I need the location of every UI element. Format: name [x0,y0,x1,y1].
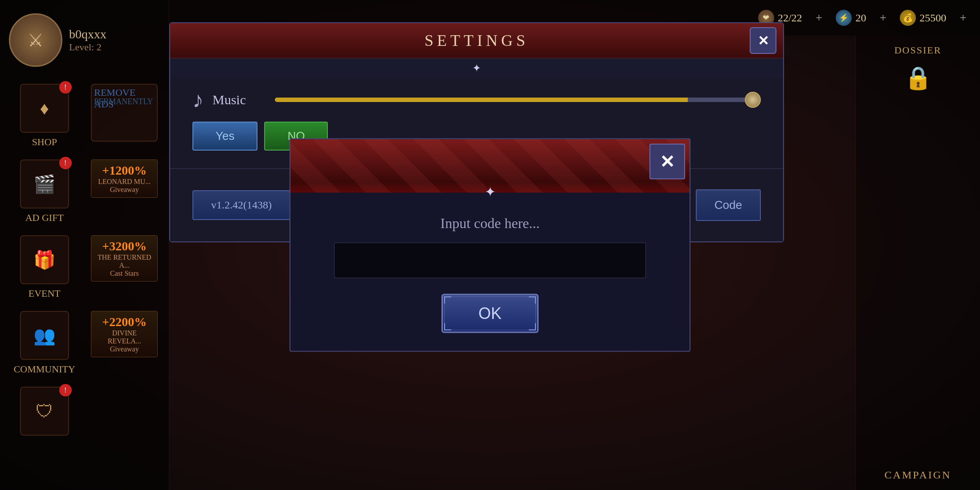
event-label: EVENT [29,288,61,299]
version-display: v1.2.42(1438) [192,190,290,220]
code-dialog: ✕ ✦ Input code here... OK [290,139,690,352]
gold-display: 💰 25500 [900,10,946,26]
shop-icon: ♦ [40,98,49,119]
settings-title: SETTINGS [425,31,529,50]
music-slider[interactable] [275,98,761,102]
promo2-percent: +1200% [95,163,154,178]
player-level: Level: 2 [69,41,106,53]
player-info: ⚔ b0qxxx Level: 2 [4,9,164,71]
ad-gift-label: AD GIFT [25,212,64,224]
ad-gift-badge: ! [59,157,72,169]
energy-icon: ⚡ [836,10,852,26]
energy-display: ⚡ 20 [836,10,866,26]
promo1-icon-box: REMOVE ADS PERMANENTLY [91,84,158,142]
music-icon: ♪ [192,87,204,113]
code-button[interactable]: Code [696,189,761,221]
community-icon-box: 👥 [20,311,69,360]
promo3-sub: Cast Stars [95,270,154,278]
promo4-name: DIVINE REVELA... [95,329,154,345]
ad-gift-icon-box: 🎬 ! [20,159,69,208]
bottom-badge: ! [59,384,72,396]
avatar: ⚔ [9,13,62,67]
campaign-label: CAMPAIGN [885,469,951,481]
shop-icon-box: ♦ ! [20,84,69,133]
code-dialog-diamond: ✦ [485,184,496,200]
sidebar-item-promo1[interactable]: REMOVE ADS PERMANENTLY [87,80,163,151]
settings-diamond: ✦ [170,62,783,74]
sidebar-item-community[interactable]: 👥 COMMUNITY [7,307,82,379]
shop-label: SHOP [32,136,57,148]
promo4-percent: +2200% [95,315,154,329]
music-label: Music [212,92,266,107]
corner-br [529,323,536,331]
code-dialog-body: Input code here... OK [290,193,690,351]
gold-plus[interactable]: + [960,11,967,25]
sidebar-item-ad-gift[interactable]: 🎬 ! AD GIFT [7,156,82,227]
corner-tl [444,297,451,304]
promo3-percent: +3200% [95,239,154,253]
promo4-sub: Giveaway [95,345,154,353]
promo2-name: LEONARD MU... [95,178,154,186]
community-icon: 👥 [33,325,56,346]
sidebar-item-promo4[interactable]: +2200% DIVINE REVELA... Giveaway [87,307,163,379]
music-slider-thumb[interactable] [745,92,761,108]
dossier-label: DOSSIER [894,45,942,56]
energy-plus[interactable]: + [879,11,886,25]
shield-icon: 🛡 [36,401,53,422]
corner-bl [444,323,451,331]
left-sidebar: ⚔ b0qxxx Level: 2 ♦ ! SHOP REMOVE ADS PE… [0,0,169,490]
energy-value: 20 [855,12,866,24]
lock-icon: 🔒 [904,65,932,91]
music-row: ♪ Music [192,87,761,113]
promo2-card: +1200% LEONARD MU... Giveaway [91,159,158,198]
sidebar-item-promo2[interactable]: +1200% LEONARD MU... Giveaway [87,156,163,227]
promo3-name: THE RETURNED A... [95,253,154,270]
gold-value: 25500 [919,12,946,24]
promo3-card: +3200% THE RETURNED A... Cast Stars [91,235,158,282]
player-name: b0qxxx [69,27,106,41]
right-panel: DOSSIER 🔒 CAMPAIGN [855,36,980,490]
promo2-sub: Giveaway [95,186,154,194]
event-icon: 🎁 [33,249,56,270]
ok-label: OK [478,304,502,323]
ad-gift-icon: 🎬 [33,174,56,195]
code-input[interactable] [334,243,646,278]
community-label: COMMUNITY [14,363,75,375]
sidebar-nav: ♦ ! SHOP REMOVE ADS PERMANENTLY 🎬 ! AD G… [4,78,164,441]
code-dialog-header: ✕ ✦ [290,139,690,193]
promo4-card: +2200% DIVINE REVELA... Giveaway [91,311,158,357]
sidebar-item-event[interactable]: 🎁 EVENT [7,232,82,303]
code-dialog-close-button[interactable]: ✕ [649,144,685,180]
code-ok-button[interactable]: OK [441,294,539,333]
settings-header: SETTINGS ✕ [170,23,783,58]
sidebar-item-bottom[interactable]: 🛡 ! [7,383,82,439]
yes-button[interactable]: Yes [192,122,257,151]
settings-close-button[interactable]: ✕ [750,27,776,54]
bottom-icon-box: 🛡 ! [20,387,69,436]
event-icon-box: 🎁 [20,235,69,284]
hp-plus[interactable]: + [816,11,823,25]
shop-badge: ! [59,81,72,94]
sidebar-item-promo3[interactable]: +3200% THE RETURNED A... Cast Stars [87,232,163,303]
corner-tr [529,297,536,304]
sidebar-item-shop[interactable]: ♦ ! SHOP [7,80,82,151]
gold-icon: 💰 [900,10,916,26]
code-dialog-hint: Input code here... [440,215,539,232]
